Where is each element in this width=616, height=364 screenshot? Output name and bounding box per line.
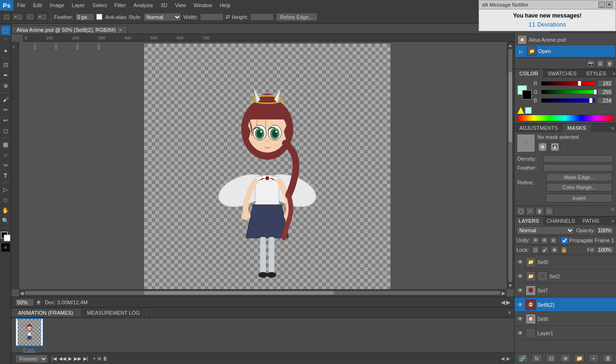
animation-panel-close-button[interactable]: ✕ <box>505 310 514 315</box>
horizontal-scrollbar-track[interactable] <box>25 291 501 295</box>
close-document-button[interactable]: ✕ <box>118 27 122 33</box>
layer-item-set8-2[interactable]: 👁 Set8(2) <box>515 298 616 312</box>
menu-file[interactable]: File <box>13 1 29 9</box>
height-input[interactable] <box>250 13 274 21</box>
green-slider-thumb[interactable] <box>593 89 597 95</box>
menu-window[interactable]: Window <box>190 1 216 9</box>
create-new-snapshot-button[interactable]: 📷 <box>587 59 595 68</box>
layer-item-set7[interactable]: 👁 Set7 <box>515 283 616 298</box>
layer-visibility-set7[interactable]: 👁 <box>516 287 524 294</box>
animation-frames-tab[interactable]: ANIMATION (FRAMES) <box>11 309 81 317</box>
layer-item-set5[interactable]: 👁 📁 Set5 <box>515 255 616 269</box>
lock-all-button[interactable]: 🔒 <box>560 246 568 254</box>
zoom-tool[interactable]: 🔍 <box>1 216 10 226</box>
blue-slider-thumb[interactable] <box>589 98 593 103</box>
menu-edit[interactable]: Edit <box>29 1 46 9</box>
background-swatch[interactable] <box>522 90 532 100</box>
path-select-tool[interactable]: ▷ <box>1 185 10 194</box>
shape-tool[interactable]: □ <box>1 195 10 205</box>
delete-mask-button[interactable]: 🗑 <box>535 207 544 215</box>
unify-style-button[interactable]: ⊕ <box>550 237 557 244</box>
notification-close-button[interactable]: ✕ <box>606 1 613 8</box>
measurement-log-tab[interactable]: MEASUREMENT LOG <box>81 309 147 317</box>
scroll-right-button[interactable]: ▶ <box>502 291 506 296</box>
layer-item-set2[interactable]: 👁 📁 □ Set2 <box>515 269 616 283</box>
create-new-document-button[interactable]: 🗎 <box>596 59 605 68</box>
blue-value-input[interactable] <box>597 97 613 104</box>
layer-item-layer1[interactable]: 👁 Layer1 <box>515 326 616 340</box>
add-layer-style-button[interactable]: fx <box>532 354 542 363</box>
unify-position-button[interactable]: ✥ <box>541 237 548 244</box>
animation-options-button[interactable]: ◀ <box>501 356 505 361</box>
prev-frame-button[interactable]: ◀◀ <box>59 356 66 361</box>
delete-history-button[interactable]: 🗑 <box>606 59 614 68</box>
next-frame-button[interactable]: ▶▶ <box>74 356 82 361</box>
scroll-down-button[interactable]: ▼ <box>508 283 513 288</box>
refine-edge-button[interactable]: Refine Edge... <box>276 13 317 21</box>
menu-filter[interactable]: Filter <box>110 1 129 9</box>
red-slider-track[interactable] <box>541 81 595 86</box>
style-select[interactable]: Normal Fixed Ratio Fixed Size <box>144 13 181 21</box>
mask-feather-input[interactable] <box>543 164 613 172</box>
add-vector-mask-button[interactable] <box>550 142 560 152</box>
invert-button[interactable]: Invert <box>546 194 612 202</box>
eyedropper-tool[interactable]: ✒ <box>1 71 10 80</box>
color-tab[interactable]: COLOR <box>515 69 543 78</box>
lock-position-button[interactable]: ✥ <box>551 246 558 254</box>
propagate-input[interactable] <box>562 237 568 244</box>
menu-3d[interactable]: 3D <box>157 1 171 9</box>
layer-visibility-layer1[interactable]: 👁 <box>516 329 524 337</box>
paths-tab[interactable]: PATHS <box>579 217 603 225</box>
gamut-corrected-swatch[interactable] <box>525 107 532 114</box>
adjustments-tab[interactable]: ADJUSTMENTS <box>515 124 562 132</box>
history-item-open[interactable]: ▷ 📁 Open <box>516 46 615 57</box>
magic-wand-tool[interactable]: ✦ <box>1 46 10 56</box>
layer-item-set8[interactable]: 👁 Set8 <box>515 312 616 326</box>
zoom-expand-button[interactable]: ▼ <box>36 300 41 305</box>
layer-visibility-set2[interactable]: 👁 <box>516 273 524 280</box>
styles-tab[interactable]: STYLES <box>581 69 611 78</box>
disable-mask-button[interactable]: ◻ <box>545 207 553 215</box>
color-spectrum-bar[interactable] <box>517 115 613 121</box>
nav-prev-button[interactable]: ◀ <box>501 299 505 306</box>
clone-stamp-tool[interactable]: ✂ <box>1 105 10 115</box>
feather-input[interactable] <box>75 13 94 21</box>
swatches-tab[interactable]: SWATCHES <box>543 69 581 78</box>
mask-edge-button[interactable]: Mask Edge... <box>546 173 612 182</box>
pen-tool[interactable]: ✑ <box>1 161 10 170</box>
scroll-up-button[interactable]: ▲ <box>508 43 513 48</box>
notification-deviations[interactable]: 11 Deviations <box>483 21 612 28</box>
last-frame-button[interactable]: ▶| <box>83 356 89 361</box>
color-range-button[interactable]: Color Range... <box>546 183 612 191</box>
masks-tab[interactable]: MASKS <box>562 124 591 132</box>
foreground-background-colors[interactable] <box>1 232 10 241</box>
add-pixel-mask-button[interactable] <box>537 142 548 152</box>
create-group-button[interactable]: 📁 <box>574 354 585 363</box>
red-slider-thumb[interactable] <box>578 81 581 86</box>
vertical-scrollbar-track[interactable] <box>508 49 512 282</box>
history-item-alisa[interactable]: Alisa Anime.psd <box>516 34 615 46</box>
history-brush-tool[interactable]: ↩ <box>1 116 10 125</box>
anti-alias-checkbox[interactable] <box>96 14 102 20</box>
layer-visibility-set8-2[interactable]: 👁 <box>516 301 524 309</box>
green-value-input[interactable] <box>597 88 613 96</box>
layer-visibility-set8[interactable]: 👁 <box>516 315 524 323</box>
dodge-tool[interactable]: ○ <box>1 150 10 160</box>
load-selection-button[interactable]: ◯ <box>516 207 525 215</box>
crop-tool[interactable]: ⊡ <box>1 60 10 70</box>
marquee-tool-button[interactable]: ⬚ <box>2 13 11 21</box>
scroll-left-button[interactable]: ◀ <box>20 291 24 296</box>
subtract-from-selection-button[interactable]: -⬚ <box>25 13 35 21</box>
delete-frame-button[interactable]: 🗑 <box>103 356 108 361</box>
add-frame-button[interactable]: + <box>93 356 96 361</box>
hand-tool[interactable]: ✋ <box>1 206 10 215</box>
blend-mode-select[interactable]: Normal Multiply Screen Overlay <box>516 226 574 235</box>
intersect-selection-button[interactable]: ×⬚ <box>36 13 48 21</box>
menu-layer[interactable]: Layer <box>68 1 89 9</box>
brush-tool[interactable]: 🖌 <box>1 95 10 104</box>
add-layer-mask-button[interactable]: ⊡ <box>546 354 556 363</box>
horizontal-scrollbar-thumb[interactable] <box>144 291 334 295</box>
duplicate-frame-button[interactable]: ⧉ <box>98 356 101 362</box>
frame-duration[interactable]: 0 sec. <box>23 347 36 353</box>
frame-thumbnail[interactable] <box>15 318 44 346</box>
